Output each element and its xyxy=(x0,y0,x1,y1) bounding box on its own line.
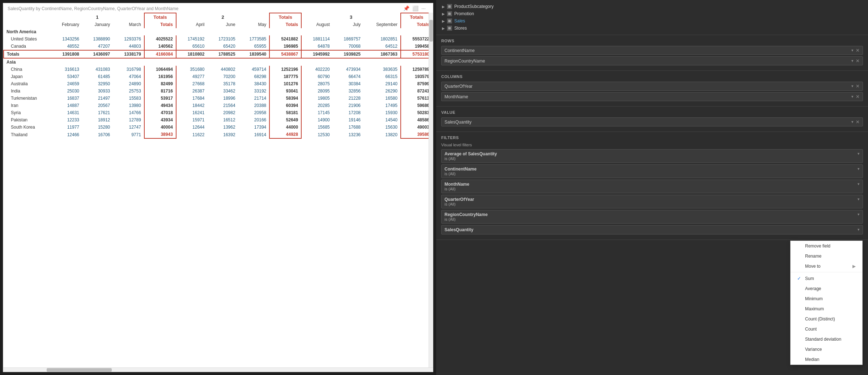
col-month-slot[interactable]: MonthName ▾ ✕ xyxy=(441,92,863,101)
na-t-mar: 1338179 xyxy=(113,50,144,58)
menu-maximum[interactable]: Maximum xyxy=(791,304,862,314)
table-row: China 316613 431083 316798 1064494 35168… xyxy=(4,66,433,73)
table-row: Turkmenistan 16837 21497 15583 53917 176… xyxy=(4,95,433,102)
remove-month-icon[interactable]: ✕ xyxy=(856,94,860,99)
visual-level-filters-label: Visual level filters xyxy=(441,143,863,147)
field-item-sales[interactable]: ▶ ⊞ Sales xyxy=(441,17,864,25)
filter-quarterofyear[interactable]: ▾ QuarterOfYear is (All) xyxy=(441,195,863,208)
na-label: North America xyxy=(4,28,433,35)
filter-expand-icon[interactable]: ▾ xyxy=(858,151,860,156)
filter-monthname[interactable]: ▾ MonthName is (All) xyxy=(441,180,863,193)
filter-expand-icon[interactable]: ▾ xyxy=(858,212,860,217)
na-t-sep: 1867363 xyxy=(363,50,401,58)
quarter-3-header: 3 xyxy=(301,13,401,21)
table-row: Japan 53407 61485 47064 161956 49277 702… xyxy=(4,73,433,80)
country-us: United States xyxy=(4,35,51,43)
na-t-aug: 1945992 xyxy=(301,50,333,58)
viz-settings: Rows ContinentName ▾ ✕ RegionCountryName… xyxy=(436,35,868,375)
month-header-row: February January March Totals April June… xyxy=(4,21,433,28)
menu-count-distinct[interactable]: Count (Distinct) xyxy=(791,314,862,324)
col-quarter-slot[interactable]: QuarterOfYear ▾ ✕ xyxy=(441,82,863,91)
ca-aug: 64878 xyxy=(301,43,333,50)
rows-country-controls: ▾ ✕ xyxy=(851,58,860,64)
vertical-scrollbar[interactable] xyxy=(429,13,433,367)
sep-header: September xyxy=(363,21,401,28)
remove-continent-icon[interactable]: ✕ xyxy=(856,48,860,53)
na-t-feb: 1391808 xyxy=(51,50,82,58)
jul-header: July xyxy=(333,21,363,28)
menu-count[interactable]: Count xyxy=(791,324,862,334)
menu-sum[interactable]: ✓ Sum xyxy=(791,273,862,284)
table-row: Pakistan 12233 18912 12789 43934 15971 1… xyxy=(4,116,433,124)
ca-mar: 44803 xyxy=(113,43,144,50)
menu-move-to[interactable]: Move to ▶ xyxy=(791,261,862,271)
value-salesqty-label: SalesQuantity xyxy=(444,120,472,125)
value-salesqty-slot[interactable]: SalesQuantity ▾ ✕ Remove field Rename xyxy=(441,117,863,126)
menu-count-label: Count xyxy=(805,327,817,332)
filter-avg-name: Average of SalesQuantity xyxy=(444,151,860,156)
ca-may: 65955 xyxy=(238,43,270,50)
dropdown-arrow-icon[interactable]: ▾ xyxy=(851,94,854,99)
menu-remove-field[interactable]: Remove field xyxy=(791,241,862,251)
field-item-promotion[interactable]: ▶ ⊞ Promotion xyxy=(441,10,864,17)
jun-header: June xyxy=(207,21,238,28)
country-china: China xyxy=(4,66,51,73)
menu-rename[interactable]: Rename xyxy=(791,251,862,261)
menu-variance[interactable]: Variance xyxy=(791,344,862,354)
value-salesqty-controls: ▾ ✕ xyxy=(851,119,860,125)
menu-median[interactable]: Median xyxy=(791,354,862,365)
col-month-label: MonthName xyxy=(444,94,468,99)
matrix-title: SalesQuantity by ContinentName, RegionCo… xyxy=(3,3,433,13)
remove-salesqty-icon[interactable]: ✕ xyxy=(856,119,860,125)
filter-expand-icon[interactable]: ▾ xyxy=(858,167,860,171)
q1-totals-header: Totals xyxy=(144,13,176,21)
matrix-scroll-area[interactable]: 1 Totals 2 Totals 3 Totals February Janu… xyxy=(3,13,433,367)
rows-continent-slot[interactable]: ContinentName ▾ ✕ xyxy=(441,46,863,55)
filter-expand-icon[interactable]: ▾ xyxy=(858,182,860,186)
quarter-1-header: 1 xyxy=(51,13,144,21)
menu-average[interactable]: Average xyxy=(791,284,862,294)
remove-quarter-icon[interactable]: ✕ xyxy=(856,83,860,89)
ca-jul: 70068 xyxy=(333,43,363,50)
mar-header: March xyxy=(113,21,144,28)
feb-header: February xyxy=(51,21,82,28)
dropdown-arrow-icon[interactable]: ▾ xyxy=(851,120,854,124)
field-item-productsubcategory[interactable]: ▶ ⊞ ProductSubcategory xyxy=(441,3,864,10)
filters-section: FILTERS Visual level filters ▾ Average o… xyxy=(436,132,868,240)
more-icon[interactable]: ··· xyxy=(421,5,426,11)
na-t-jan: 1436097 xyxy=(82,50,113,58)
filter-avg-value: is (All) xyxy=(444,156,860,161)
us-jul: 1869757 xyxy=(333,35,363,43)
na-t-q2t: 5438867 xyxy=(269,50,301,58)
dropdown-arrow-icon[interactable]: ▾ xyxy=(851,84,854,89)
quarter-header-row: 1 Totals 2 Totals 3 Totals xyxy=(4,13,433,21)
filter-regioncountry[interactable]: ▾ RegionCountryName is (All) xyxy=(441,210,863,224)
dropdown-arrow-icon[interactable]: ▾ xyxy=(851,59,854,63)
filter-continent-value: is (All) xyxy=(444,172,860,176)
region-row-asia: Asia xyxy=(4,58,433,66)
vertical-scrollbar-thumb[interactable] xyxy=(429,20,433,42)
q1t-col-header: Totals xyxy=(144,21,176,28)
region-row-na: North America xyxy=(4,28,433,35)
horizontal-scrollbar-thumb[interactable] xyxy=(47,368,112,372)
check-icon: ✓ xyxy=(797,276,802,281)
fields-section: ▶ ⊞ ProductSubcategory ▶ ⊞ Promotion ▶ ⊞… xyxy=(436,0,868,35)
expand-icon[interactable]: ⬜ xyxy=(412,5,418,11)
rows-country-slot[interactable]: RegionCountryName ▾ ✕ xyxy=(441,56,863,65)
pin-icon[interactable]: 📌 xyxy=(403,5,409,11)
field-item-stores[interactable]: ▶ ⊞ Stores xyxy=(441,25,864,32)
remove-country-icon[interactable]: ✕ xyxy=(856,58,860,64)
menu-stddev[interactable]: Standard deviation xyxy=(791,334,862,344)
horizontal-scrollbar[interactable] xyxy=(3,367,433,372)
filter-avg-salesqty[interactable]: ▾ Average of SalesQuantity is (All) xyxy=(441,149,863,163)
rows-continent-label: ContinentName xyxy=(444,48,475,53)
filter-expand-icon[interactable]: ▾ xyxy=(858,197,860,202)
field-label-sales: Sales xyxy=(454,18,465,23)
filter-salesqty[interactable]: ▾ SalesQuantity xyxy=(441,225,863,234)
menu-minimum[interactable]: Minimum xyxy=(791,294,862,304)
filter-continent[interactable]: ▾ ContinentName is (All) xyxy=(441,164,863,178)
filter-expand-icon[interactable]: ▾ xyxy=(858,227,860,232)
filter-month-value: is (All) xyxy=(444,187,860,191)
expand-arrow-icon: ▶ xyxy=(442,5,445,9)
dropdown-arrow-icon[interactable]: ▾ xyxy=(851,48,854,53)
